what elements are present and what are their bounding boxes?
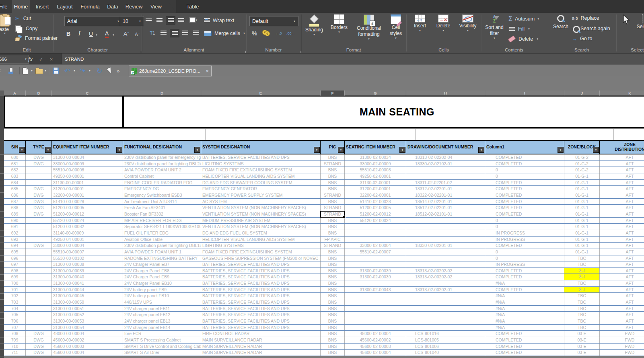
- cell-H-sn697[interactable]: [406, 261, 485, 267]
- cell-D-sn685[interactable]: EMERGENCY DG: [123, 186, 201, 192]
- cell-E-sn682[interactable]: FOAM FIXED FIRE EXTINGUISHING SYSTEM: [201, 167, 321, 173]
- cell-A-sn708[interactable]: 708: [4, 331, 26, 337]
- cell-A-sn702[interactable]: 702: [4, 293, 26, 299]
- cell-G-sn705[interactable]: [345, 312, 406, 318]
- cell-J-sn705[interactable]: TBC: [564, 312, 600, 318]
- cell-G-sn685[interactable]: 31200-02-00001: [345, 186, 406, 192]
- cell-B-sn707[interactable]: [26, 325, 52, 331]
- cell-E-sn700[interactable]: BATTERIES, SERVICE FACILITIES AND UPS: [201, 280, 321, 286]
- cell-C-sn689[interactable]: 51200-00-00012: [52, 211, 123, 217]
- cell-H-sn708[interactable]: LCS-801016: [406, 331, 485, 337]
- cell-E-sn694[interactable]: LIGHTING SYSTEMS: [201, 243, 321, 249]
- cell-G-sn704[interactable]: [345, 306, 406, 312]
- cell-H-sn683[interactable]: [406, 173, 485, 179]
- undo-button[interactable]: ↶: [64, 65, 70, 77]
- cell-A-sn690[interactable]: 690: [4, 218, 26, 224]
- refresh-button[interactable]: ↻: [97, 65, 102, 77]
- cell-K-sn699[interactable]: AFT: [600, 274, 644, 280]
- cell-C-sn683[interactable]: 49250-00-00001: [52, 173, 123, 179]
- cell-G-sn707[interactable]: [345, 325, 406, 331]
- cell-B-sn686[interactable]: DWG: [26, 192, 52, 198]
- cell-K-sn693[interactable]: AFT: [600, 237, 644, 243]
- cell-G-sn686[interactable]: 32200-02-00001: [345, 192, 406, 198]
- cell-H-sn680[interactable]: 18313-02-02202-04: [406, 154, 485, 160]
- cell-K-sn708[interactable]: FWD: [600, 331, 644, 337]
- cell-G-sn703[interactable]: [345, 299, 406, 305]
- cell-A-sn686[interactable]: 686: [4, 192, 26, 198]
- cell-F-sn695[interactable]: BNS: [321, 249, 345, 255]
- borders-button[interactable]: Borders▼: [327, 14, 352, 33]
- cell-G-sn683[interactable]: 49250-02-00001: [345, 173, 406, 179]
- cell-E-sn692[interactable]: DG AND EDG FUEL OIL SYSTEM: [201, 230, 321, 236]
- cell-A-sn707[interactable]: 707: [4, 325, 26, 331]
- cell-G-sn697[interactable]: [345, 261, 406, 267]
- cell-J-sn695[interactable]: 01-G-1: [564, 249, 600, 255]
- cell-I-sn707[interactable]: #N/A: [485, 325, 564, 331]
- cell-F-sn702[interactable]: BNS: [321, 293, 345, 299]
- cell-D-sn704[interactable]: 24V charger panel EB11: [123, 306, 201, 312]
- undo-dropdown[interactable]: ▼: [73, 65, 76, 77]
- cell-C-sn708[interactable]: 48000-00-00004: [52, 331, 123, 337]
- cell-F-sn698[interactable]: BNS: [321, 268, 345, 274]
- cell-H-sn687[interactable]: 18514-02-02201-01: [406, 199, 485, 205]
- cell-A-sn693[interactable]: 693: [4, 237, 26, 243]
- cell-D-sn701[interactable]: 24V battery panel EB9: [123, 287, 201, 293]
- filter-button-F[interactable]: ▼: [338, 147, 344, 153]
- cell-D-sn705[interactable]: 24V charger panel EB12: [123, 312, 201, 318]
- cell-I-sn711[interactable]: COMPLETED: [485, 350, 564, 356]
- cell-D-sn707[interactable]: 24V charger panel EB14: [123, 325, 201, 331]
- cell-D-sn697[interactable]: 24V Charger Panel EB7: [123, 261, 201, 267]
- filter-header-B[interactable]: TYPE▼: [26, 141, 52, 154]
- cell-C-sn686[interactable]: 32200-00-00001: [52, 192, 123, 198]
- font-color-button[interactable]: A: [105, 31, 109, 38]
- cell-H-sn682[interactable]: [406, 167, 485, 173]
- cell-B-sn704[interactable]: [26, 306, 52, 312]
- cell-H-sn704[interactable]: [406, 306, 485, 312]
- cell-J-sn702[interactable]: TBC: [564, 293, 600, 299]
- cell-I-sn694[interactable]: COMPLETED: [485, 243, 564, 249]
- cell-A-sn696[interactable]: 696: [4, 255, 26, 261]
- cell-J-sn693[interactable]: 01-G-1: [564, 237, 600, 243]
- cell-K-sn694[interactable]: AFT: [600, 243, 644, 249]
- tab-view[interactable]: View: [148, 0, 164, 13]
- cell-D-sn700[interactable]: 24V Charger Panel EB10: [123, 280, 201, 286]
- cell-B-sn702[interactable]: [26, 293, 52, 299]
- cell-B-sn706[interactable]: [26, 318, 52, 324]
- cell-E-sn696[interactable]: GASEOUS FIRE SUPRESSION SYSTEM (FM200 or…: [201, 255, 321, 261]
- cell-J-sn707[interactable]: TBC: [564, 325, 600, 331]
- cell-K-sn696[interactable]: AFT: [600, 255, 644, 261]
- rotate-text-icon[interactable]: T1: [147, 29, 158, 37]
- cell-E-sn704[interactable]: BATTERIES, SERVICE FACILITIES AND UPS: [201, 306, 321, 312]
- redo-button[interactable]: ↷: [80, 65, 85, 77]
- cell-J-sn687[interactable]: 01-G-1: [564, 199, 600, 205]
- cell-B-sn711[interactable]: DWG: [26, 350, 52, 356]
- cell-H-sn698[interactable]: 18313-02-00202-02: [406, 268, 485, 274]
- cell-H-sn690[interactable]: [406, 218, 485, 224]
- visibility-button[interactable]: Visibility▼: [455, 14, 480, 32]
- select-tool-button[interactable]: [108, 65, 112, 77]
- cell-C-sn691[interactable]: 51200-00-00082: [52, 224, 123, 230]
- tab-review[interactable]: Review: [124, 0, 144, 13]
- cell-A-sn683[interactable]: 683: [4, 173, 26, 179]
- cell-H-sn703[interactable]: [406, 299, 485, 305]
- cell-E-sn697[interactable]: BATTERIES, SERVICE FACILITIES AND UPS: [201, 261, 321, 267]
- cell-F-sn708[interactable]: BNS: [321, 331, 345, 337]
- cell-D-sn699[interactable]: 24V Charger Panel EB9: [123, 274, 201, 280]
- cell-F-sn710[interactable]: BNS: [321, 344, 345, 350]
- cell-I-sn699[interactable]: COMPLETED: [485, 274, 564, 280]
- cell-H-sn711[interactable]: LCS-801040: [406, 350, 485, 356]
- cell-E-sn688[interactable]: VENTILATION SYSTEM (NON MACHINERY SPACES…: [201, 205, 321, 211]
- cell-K-sn697[interactable]: AFT: [600, 261, 644, 267]
- filter-header-D[interactable]: FUNCTIONAL DESIGNATION▼: [123, 141, 201, 154]
- cell-E-sn705[interactable]: BATTERIES, SERVICE FACILITIES AND UPS: [201, 312, 321, 318]
- cell-B-sn689[interactable]: DWG: [26, 211, 52, 217]
- cell-K-sn700[interactable]: AFT: [600, 280, 644, 286]
- cell-K-sn686[interactable]: AFT: [600, 192, 644, 198]
- cell-I-sn706[interactable]: #N/A: [485, 318, 564, 324]
- cell-E-sn684[interactable]: DG AND EDG SEAWATER COOLING SYSTEM: [201, 180, 321, 186]
- grow-font-button[interactable]: A+: [123, 31, 129, 37]
- cell-E-sn698[interactable]: BATTERIES, SERVICE FACILITIES AND UPS: [201, 268, 321, 274]
- cell-G-sn709[interactable]: 45600-02-00002: [345, 337, 406, 343]
- cell-C-sn703[interactable]: 31300-00-00050: [52, 299, 123, 305]
- filter-button-A[interactable]: ▼: [19, 147, 25, 153]
